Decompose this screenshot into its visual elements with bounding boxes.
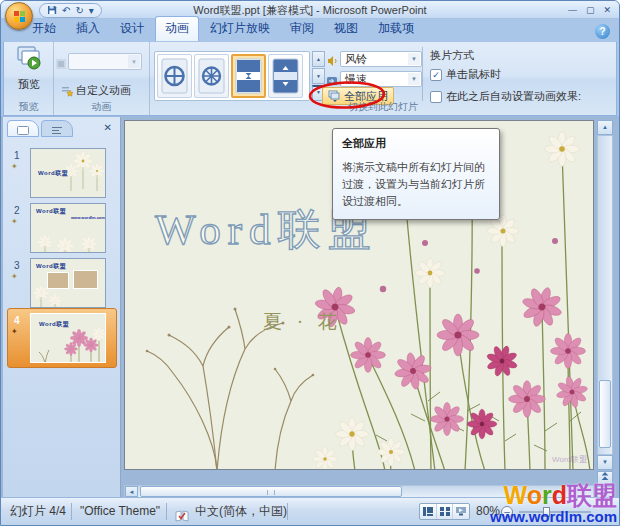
- site-watermark: Word联盟 www.wordlm.com: [490, 483, 617, 524]
- slide-3-thumbnail[interactable]: Word联盟: [30, 258, 106, 308]
- tab-slideshow[interactable]: 幻灯片放映: [201, 17, 279, 41]
- transition-speed-dropdown[interactable]: 慢速 ▼: [340, 71, 422, 87]
- horizontal-thumb[interactable]: [140, 486, 402, 497]
- theme-name[interactable]: "Office Theme": [80, 498, 160, 525]
- vertical-track[interactable]: [597, 135, 613, 455]
- animate-dropdown[interactable]: ▼: [68, 53, 142, 70]
- tab-design[interactable]: 设计: [111, 17, 153, 41]
- close-button[interactable]: ✕: [603, 3, 611, 17]
- chevron-down-icon: ▼: [408, 53, 420, 65]
- custom-animation-button[interactable]: 自定义动画: [58, 82, 134, 99]
- divider: [166, 503, 167, 520]
- tab-view[interactable]: 视图: [325, 17, 367, 41]
- watermark-logo: Word联盟: [490, 483, 617, 508]
- tab-review[interactable]: 审阅: [281, 17, 323, 41]
- vertical-scrollbar: ▲ ▼: [597, 120, 613, 499]
- group-label-transition: 切换到此幻灯片: [150, 100, 616, 114]
- slide-sorter-button[interactable]: [437, 504, 454, 519]
- language-indicator[interactable]: 中文(简体，中国): [195, 498, 287, 525]
- transition-wheel1[interactable]: [157, 54, 192, 98]
- view-buttons: [419, 503, 470, 520]
- animation-star-icon[interactable]: ✦: [11, 217, 18, 226]
- powerpoint-window: ↶ ↻ ▾ Word联盟.ppt [兼容模式] - Microsoft Powe…: [0, 0, 620, 526]
- slide-thumbnail-row-4[interactable]: 4 ✦ Word联盟: [3, 312, 121, 366]
- help-icon[interactable]: ?: [595, 24, 610, 39]
- divider: [422, 47, 423, 101]
- transition-speed-icon: [326, 73, 338, 85]
- thumbnail-photo: [73, 270, 98, 289]
- office-logo-icon: [14, 11, 25, 22]
- divider: [71, 503, 72, 520]
- divider: [287, 503, 288, 520]
- slide-indicator: 幻灯片 4/4: [10, 498, 66, 525]
- outline-tab-icon: [51, 126, 63, 135]
- watermark-url: www.wordlm.com: [490, 509, 617, 524]
- scroll-up-icon[interactable]: ▲: [597, 120, 613, 135]
- on-mouse-click-row[interactable]: ✓ 单击鼠标时: [430, 67, 501, 82]
- thumbnail-photo: [47, 272, 69, 289]
- workspace: ✕ 1 ✦ Word联盟: [1, 116, 619, 497]
- slide-subtitle-text[interactable]: 夏 · 花: [263, 309, 342, 335]
- group-animation: ▼ 自定义动画 动画: [54, 42, 150, 115]
- animate-icon: [56, 55, 66, 73]
- gallery-down-icon[interactable]: ▼: [312, 68, 325, 84]
- slides-tab-icon: [17, 126, 29, 135]
- chevron-down-icon: ▼: [128, 55, 140, 68]
- close-panel-icon[interactable]: ✕: [104, 122, 112, 133]
- animation-star-icon[interactable]: ✦: [11, 272, 18, 281]
- slides-panel: ✕ 1 ✦ Word联盟: [3, 117, 121, 497]
- scroll-down-icon[interactable]: ▼: [597, 455, 613, 470]
- animation-star-icon[interactable]: ✦: [11, 162, 18, 171]
- double-up-icon: [601, 472, 609, 481]
- vertical-thumb[interactable]: [599, 380, 611, 448]
- slide-thumbnail-row-2[interactable]: 2 ✦ Word联盟 www.wordlm.com: [3, 202, 121, 256]
- slideshow-button[interactable]: [453, 504, 469, 519]
- maximize-button[interactable]: ▢: [586, 3, 595, 17]
- chevron-down-icon: ▼: [408, 73, 420, 85]
- tab-insert[interactable]: 插入: [67, 17, 109, 41]
- group-label-preview: 预览: [4, 100, 53, 114]
- preview-button[interactable]: 预览: [10, 45, 48, 99]
- tab-animations[interactable]: 动画: [155, 16, 199, 41]
- office-button[interactable]: [5, 2, 33, 30]
- tab-addins[interactable]: 加载项: [369, 17, 423, 41]
- group-preview: 预览 预览: [4, 42, 54, 115]
- custom-animation-icon: [61, 85, 73, 97]
- group-transition: ▲ ▼ ▼ 风铃 ▼ 慢速 ▼: [150, 42, 616, 115]
- grip: [267, 490, 275, 495]
- gallery-up-icon[interactable]: ▲: [312, 51, 325, 67]
- slide-thumbnail-row-3[interactable]: 3 ✦ Word联盟: [3, 257, 121, 311]
- preview-icon: [16, 45, 42, 71]
- transition-wheel2[interactable]: [194, 54, 229, 98]
- animation-star-icon[interactable]: ✦: [11, 327, 18, 336]
- tooltip-body: 将演示文稿中所有幻灯片间的过渡，设置为与当前幻灯片所设过渡相同。: [342, 159, 486, 210]
- tooltip-title: 全部应用: [342, 136, 490, 151]
- transition-sound-dropdown[interactable]: 风铃 ▼: [340, 51, 422, 67]
- slide-2-thumbnail[interactable]: Word联盟 www.wordlm.com: [30, 203, 106, 253]
- slide-1-thumbnail[interactable]: Word联盟: [30, 148, 106, 198]
- scroll-left-icon[interactable]: ◄: [125, 486, 138, 497]
- tab-slides-thumbnails[interactable]: [7, 120, 39, 137]
- minimize-button[interactable]: —: [568, 3, 577, 17]
- transition-wipe[interactable]: [268, 54, 303, 98]
- transition-split-selected[interactable]: [231, 54, 266, 98]
- slide-corner-watermark: Word联盟: [552, 454, 587, 465]
- group-label-animation: 动画: [54, 100, 149, 114]
- transition-gallery: [154, 51, 310, 101]
- slide-4-thumbnail[interactable]: Word联盟: [30, 313, 106, 363]
- transition-sound-icon: [326, 53, 338, 65]
- tab-outline[interactable]: [41, 120, 73, 137]
- ribbon: 预览 预览 ▼ 自定义动画 动画: [3, 41, 617, 116]
- apply-to-all-tooltip: 全部应用 将演示文稿中所有幻灯片间的过渡，设置为与当前幻灯片所设过渡相同。: [332, 128, 500, 220]
- normal-view-button[interactable]: [420, 504, 437, 519]
- checkbox-checked-icon[interactable]: ✓: [430, 69, 442, 81]
- ribbon-tabs: 开始 插入 设计 动画 幻灯片放映 审阅 视图 加载项: [1, 19, 619, 41]
- advance-slide-title: 换片方式: [430, 48, 474, 63]
- spellcheck-icon[interactable]: [175, 505, 189, 526]
- slide-thumbnail-row-1[interactable]: 1 ✦ Word联盟: [3, 147, 121, 201]
